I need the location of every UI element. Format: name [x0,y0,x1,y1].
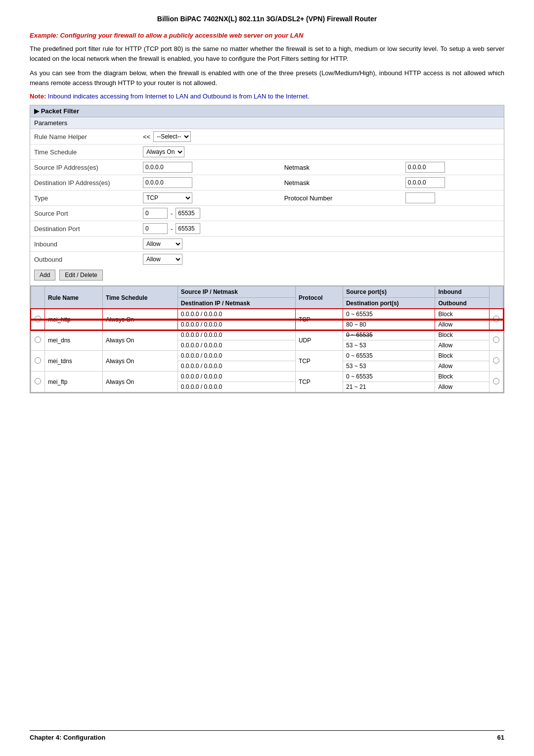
row-source-ports-3: 0 ~ 65535 [343,372,435,382]
row-dest-ip-3: 0.0.0.0 / 0.0.0.0 [178,382,295,392]
add-button[interactable]: Add [34,270,55,281]
chapter-label: Chapter 4: Configuration [30,734,105,741]
source-netmask-cell [401,160,504,175]
row-protocol-1: UDP [295,330,343,351]
rule-name-label: Rule Name Helper [30,129,139,144]
dest-port-to-input[interactable] [176,223,200,234]
th-protocol: Protocol [295,286,343,309]
form-row-rule-name: Rule Name Helper << --Select-- [30,129,504,144]
select-arrows: << [143,133,150,141]
th-time-schedule: Time Schedule [102,286,178,309]
form-table: Rule Name Helper << --Select-- Time Sche… [30,129,504,267]
row-protocol-0: TCP [295,309,343,330]
row-inbound-1: Block [435,330,490,340]
packet-filter-box: Packet Filter Parameters Rule Name Helpe… [30,105,504,393]
row-dest-ip-0: 0.0.0.0 / 0.0.0.0 [178,320,295,330]
th-outbound: Outbound [435,298,490,309]
rule-name-select[interactable]: --Select-- [153,131,191,142]
row-time-schedule-1: Always On [102,330,178,351]
data-table-wrapper: Rule Name Time Schedule Source IP / Netm… [30,285,504,393]
form-row-type: Type TCP Protocol Number [30,190,504,206]
row-dest-ports-2: 53 ~ 53 [343,361,435,372]
form-row-time-schedule: Time Schedule Always On [30,144,504,160]
body-paragraph-2: As you can see from the diagram below, w… [30,68,504,88]
type-label: Type [30,190,139,206]
row-action-radio-2[interactable] [490,351,503,372]
row-outbound-0: Allow [435,320,490,330]
row-outbound-1: Allow [435,340,490,351]
row-radio-3[interactable] [31,372,45,392]
row-action-radio-3[interactable] [490,372,503,392]
dest-port-from-input[interactable] [143,223,168,234]
dest-port-cell: - [139,221,280,236]
row-time-schedule-2: Always On [102,351,178,372]
row-source-ports-1: 0 ~ 65535 [343,330,435,340]
edit-delete-button[interactable]: Edit / Delete [59,270,102,281]
row-inbound-0: Block [435,309,490,320]
row-time-schedule-0: Always On [102,309,178,330]
row-time-schedule-3: Always On [102,372,178,392]
row-rule-name-3: mei_ftp [45,372,103,392]
outbound-select[interactable]: Allow [143,254,182,265]
row-rule-name-2: mei_tdns [45,351,103,372]
th-empty-right [490,286,503,309]
inbound-cell: Allow [139,236,280,252]
form-row-inbound: Inbound Allow [30,236,504,252]
packet-filter-header: Packet Filter [30,105,504,117]
protocol-number-input[interactable] [405,192,435,203]
dest-ip-input[interactable] [143,177,192,188]
source-ip-cell [139,160,280,175]
protocol-number-label: Protocol Number [280,190,401,206]
source-netmask-input[interactable] [405,162,445,173]
time-schedule-select[interactable]: Always On [143,146,184,157]
button-row: Add Edit / Delete [30,267,504,284]
dest-port-dash: - [171,225,173,233]
row-rule-name-1: mei_dns [45,330,103,351]
source-ip-input[interactable] [143,162,192,173]
dest-ip-label: Destination IP Address(es) [30,175,139,190]
source-port-cell: - [139,206,280,221]
row-dest-ports-0: 80 ~ 80 [343,320,435,330]
row-rule-name-0: mei_http [45,309,103,330]
th-source-ports: Source port(s) [343,286,435,298]
row-dest-ip-2: 0.0.0.0 / 0.0.0.0 [178,361,295,372]
outbound-label: Outbound [30,252,139,267]
row-source-ip-0: 0.0.0.0 / 0.0.0.0 [178,309,295,320]
th-rule-name: Rule Name [45,286,103,309]
form-row-dest-ip: Destination IP Address(es) Netmask [30,175,504,190]
th-dest-ip: Destination IP / Netmask [178,298,295,309]
params-header: Parameters [30,117,504,129]
page-title: Billion BiPAC 7402NX(L) 802.11n 3G/ADSL2… [30,15,504,23]
form-row-dest-port: Destination Port - [30,221,504,236]
form-row-outbound: Outbound Allow [30,252,504,267]
source-port-dash: - [171,210,173,217]
inbound-select[interactable]: Allow [143,238,182,249]
row-radio-1[interactable] [31,330,45,351]
row-outbound-3: Allow [435,382,490,392]
source-ip-label: Source IP Address(es) [30,160,139,175]
form-row-source-port: Source Port - [30,206,504,221]
protocol-number-cell [401,190,504,206]
note-text: Note: Inbound indicates accessing from I… [30,93,504,100]
source-port-to-input[interactable] [176,208,200,219]
table-row: mei_ftp Always On 0.0.0.0 / 0.0.0.0 TCP … [31,372,503,382]
time-schedule-cell: Always On [139,144,280,160]
row-action-radio-1[interactable] [490,330,503,351]
source-port-from-input[interactable] [143,208,168,219]
th-dest-ports: Destination port(s) [343,298,435,309]
row-outbound-2: Allow [435,361,490,372]
type-select[interactable]: TCP [143,192,192,203]
row-radio-0[interactable] [31,309,45,330]
row-action-radio-0[interactable] [490,309,503,330]
row-source-ip-1: 0.0.0.0 / 0.0.0.0 [178,330,295,340]
example-heading: Example: Configuring your firewall to al… [30,32,504,39]
body-paragraph-1: The predefined port filter rule for HTTP… [30,44,504,63]
table-row: mei_http Always On 0.0.0.0 / 0.0.0.0 TCP… [31,309,503,320]
row-inbound-2: Block [435,351,490,361]
th-empty-left [31,286,45,309]
row-dest-ip-1: 0.0.0.0 / 0.0.0.0 [178,340,295,351]
row-source-ip-2: 0.0.0.0 / 0.0.0.0 [178,351,295,361]
row-radio-2[interactable] [31,351,45,372]
rule-name-cell: << --Select-- [139,129,280,144]
dest-netmask-input[interactable] [405,177,445,188]
